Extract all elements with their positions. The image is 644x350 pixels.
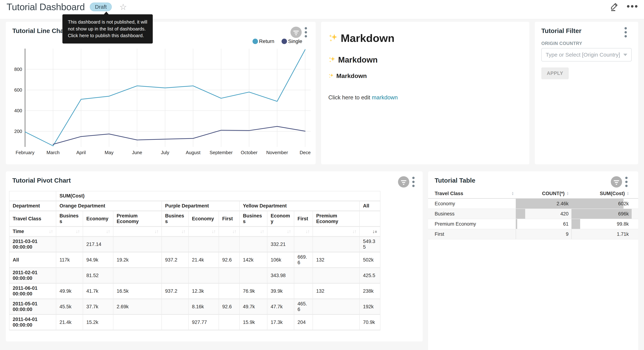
pivot-row: 2011-06-01 00:00:0049.9k41.7k16.5k937.21… <box>9 283 380 299</box>
pivot-sort-icon[interactable]: ↓↑ <box>162 226 188 236</box>
x-axis-tick: July <box>161 150 169 155</box>
favorite-star-icon[interactable]: ☆ <box>119 3 127 11</box>
pivot-value-cell <box>162 299 188 314</box>
pivot-value-cell: 502k <box>360 252 380 268</box>
pivot-row-label: 2011-03-01 00:00:00 <box>9 236 56 252</box>
pivot-value-cell: 76.9k <box>240 283 267 299</box>
pivot-col-header: Economy <box>188 211 219 226</box>
tooltip-line: Click here to publish this dashboard. <box>68 32 147 39</box>
status-badge[interactable]: Draft <box>90 2 112 11</box>
table-row: Economy2.46k602k <box>428 199 638 209</box>
pivot-sort-icon[interactable]: ↓↑ <box>240 226 267 236</box>
pivot-sort-icon-active[interactable]: ↓≡ <box>360 226 380 236</box>
chart-legend[interactable]: ReturnSingle <box>252 38 302 44</box>
table-row: Business420696k <box>428 209 638 219</box>
pivot-value-cell: 106k <box>267 252 294 268</box>
pivot-value-cell: 17.3k <box>267 314 294 330</box>
pivot-value-cell <box>240 236 267 252</box>
x-axis-tick: October <box>241 150 258 155</box>
pivot-row: 2011-04-01 00:00:0021.4k15.2k927.7715.9k… <box>9 314 380 330</box>
legend-item-return[interactable]: Return <box>252 38 274 44</box>
legend-label: Return <box>259 38 274 44</box>
pivot-group-header: Orange Department <box>56 201 162 211</box>
pivot-sort-icon[interactable]: ↓↑ <box>83 226 113 236</box>
pivot-row: 2011-03-01 00:00:00217.14332.21549.35 <box>9 236 380 252</box>
pivot-row-label: All <box>9 252 56 268</box>
pivot-value-cell <box>188 268 219 283</box>
x-axis-tick: August <box>186 150 201 155</box>
pivot-col-header: First <box>219 211 240 226</box>
cross-filter-icon[interactable] <box>290 26 302 39</box>
pivot-value-cell <box>219 268 240 283</box>
markdown-h3: Markdown <box>328 72 522 80</box>
pivot-value-cell: 12.3k <box>188 283 219 299</box>
kebab-menu-icon[interactable] <box>625 176 628 188</box>
kebab-menu-icon[interactable] <box>624 27 627 38</box>
pivot-value-cell: 70.9k <box>360 314 380 330</box>
pivot-sort-icon[interactable]: ↓↑ <box>113 226 162 236</box>
pivot-sort-icon[interactable]: ↓↑ <box>267 226 294 236</box>
edit-dashboard-icon[interactable] <box>610 2 619 12</box>
pivot-value-cell: 21.4k <box>56 314 83 330</box>
pivot-metric-header: SUM(Cost) <box>56 191 380 201</box>
markdown-link[interactable]: markdown <box>372 94 398 101</box>
x-axis-tick: February <box>16 150 34 155</box>
pivot-value-cell <box>219 314 240 330</box>
y-axis-tick: 800 <box>14 66 22 72</box>
travel-class-cell: Premium Economy <box>428 221 476 227</box>
pivot-row-label: 2011-05-01 00:00:00 <box>9 299 56 314</box>
pivot-value-cell: 132 <box>313 252 360 268</box>
apply-button[interactable]: APPLY <box>541 68 569 79</box>
pivot-sort-icon[interactable]: ↓↑ <box>294 226 313 236</box>
legend-item-single[interactable]: Single <box>282 38 302 44</box>
pivot-value-cell <box>313 299 360 314</box>
pivot-value-cell: 217.14 <box>83 236 113 252</box>
pivot-sort-icon[interactable]: ↓↑ <box>188 226 219 236</box>
kebab-menu-icon[interactable] <box>412 176 415 188</box>
pivot-time-header[interactable]: Time↓↑ <box>9 226 56 236</box>
legend-dot-icon <box>252 39 258 44</box>
column-header-label: COUNT(*) <box>542 191 564 196</box>
count-cell: 61 <box>516 219 572 229</box>
pivot-value-cell: 15.9k <box>240 314 267 330</box>
line-chart: 200400600800FebruaryMarchAprilMayJuneJul… <box>6 45 316 162</box>
x-axis-tick: May <box>105 150 114 155</box>
pivot-sort-icon[interactable]: ↓↑ <box>313 226 360 236</box>
publish-tooltip: This dashboard is not published, it will… <box>62 14 153 44</box>
pivot-row2-label: Travel Class <box>9 211 56 226</box>
pivot-value-cell: 92.6 <box>219 252 240 268</box>
pivot-value-cell <box>56 236 83 252</box>
column-header-sum[interactable]: SUM(Cost)▲▼ <box>572 191 632 196</box>
legend-dot-icon <box>282 39 287 44</box>
pivot-value-cell: 45.5k <box>56 299 83 314</box>
pivot-value-cell <box>162 268 188 283</box>
kebab-menu-icon[interactable] <box>304 27 307 38</box>
markdown-panel[interactable]: Markdown Markdown Markdown Click here to… <box>321 22 529 164</box>
sort-arrows-icon: ▲▼ <box>512 192 514 196</box>
table-panel-title: Tutorial Table <box>435 177 475 184</box>
pivot-sort-icon[interactable]: ↓↑ <box>56 226 83 236</box>
sort-arrows-icon: ▲▼ <box>626 192 629 196</box>
x-axis-tick: Dece <box>300 150 311 155</box>
more-actions-icon[interactable] <box>626 5 638 9</box>
pivot-value-cell <box>313 314 360 330</box>
pivot-sort-icon[interactable]: ↓↑ <box>219 226 240 236</box>
pivot-value-cell <box>162 236 188 252</box>
pivot-row: 2011-05-01 00:00:0045.5k37.7k2.69k8.16k9… <box>9 299 380 314</box>
column-header-count[interactable]: COUNT(*)▲▼ <box>516 191 572 196</box>
cross-filter-icon[interactable] <box>398 176 410 188</box>
table-row: First91.71k <box>428 229 638 240</box>
pivot-value-cell <box>219 283 240 299</box>
cross-filter-icon[interactable] <box>610 176 622 188</box>
pivot-value-cell: 2.69k <box>113 299 162 314</box>
origin-country-select[interactable]: Type or Select [Origin Country] <box>541 48 632 62</box>
pivot-row-label: 2011-04-01 00:00:00 <box>9 314 56 330</box>
pivot-value-cell: 132 <box>313 283 360 299</box>
travel-class-cell: Business <box>428 211 454 216</box>
column-header-travel-class[interactable]: Travel Class▲▼ <box>428 191 516 196</box>
pivot-value-cell: 16.5k <box>113 283 162 299</box>
pivot-value-cell: 15.2k <box>83 314 113 330</box>
pivot-value-cell <box>294 268 313 283</box>
line-chart-panel: Tutorial Line Chart ReturnSingle 2004006… <box>6 22 316 164</box>
pivot-value-cell: 47.7k <box>267 299 294 314</box>
